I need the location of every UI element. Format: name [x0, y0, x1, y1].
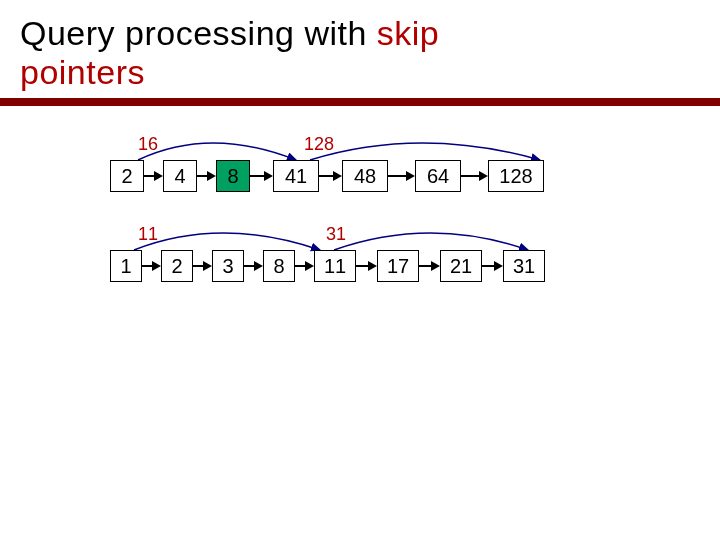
arrow-right-icon	[319, 171, 342, 181]
arrow-right-icon	[197, 171, 216, 181]
skip-label: 31	[326, 224, 346, 245]
title-main: Query processing with	[20, 14, 377, 52]
arrow-right-icon	[144, 171, 163, 181]
posting-cell: 4	[163, 160, 197, 192]
arrow-right-icon	[244, 261, 263, 271]
skip-label: 16	[138, 134, 158, 155]
posting-cell: 128	[488, 160, 544, 192]
posting-cell: 64	[415, 160, 461, 192]
arrow-right-icon	[419, 261, 440, 271]
posting-cell: 21	[440, 250, 482, 282]
title-rule	[0, 98, 720, 106]
title-accent-1: skip	[377, 14, 439, 52]
page-title: Query processing with skip pointers	[20, 14, 700, 92]
title-accent-2: pointers	[20, 53, 145, 91]
skip-label: 128	[304, 134, 334, 155]
skip-arcs-svg	[20, 116, 720, 336]
postings-list-a: 2 4 8 41 48 64 128	[110, 160, 544, 192]
arrow-right-icon	[295, 261, 314, 271]
arrow-right-icon	[482, 261, 503, 271]
postings-list-b: 1 2 3 8 11 17 21 31	[110, 250, 545, 282]
posting-cell: 2	[161, 250, 193, 282]
posting-cell: 8	[263, 250, 295, 282]
arrow-right-icon	[388, 171, 415, 181]
arrow-right-icon	[461, 171, 488, 181]
arrow-right-icon	[193, 261, 212, 271]
posting-cell: 3	[212, 250, 244, 282]
arrow-right-icon	[356, 261, 377, 271]
posting-cell: 17	[377, 250, 419, 282]
posting-cell-highlighted: 8	[216, 160, 250, 192]
skip-label: 11	[138, 224, 158, 245]
posting-cell: 11	[314, 250, 356, 282]
posting-cell: 1	[110, 250, 142, 282]
slide: Query processing with skip pointers 16 1…	[0, 0, 720, 540]
posting-cell: 31	[503, 250, 545, 282]
posting-cell: 2	[110, 160, 144, 192]
posting-cell: 48	[342, 160, 388, 192]
posting-cell: 41	[273, 160, 319, 192]
arrow-right-icon	[142, 261, 161, 271]
arrow-right-icon	[250, 171, 273, 181]
skip-pointer-diagram: 16 128 2 4 8 41 48 64 128 11 31 1 2 3	[20, 116, 700, 336]
